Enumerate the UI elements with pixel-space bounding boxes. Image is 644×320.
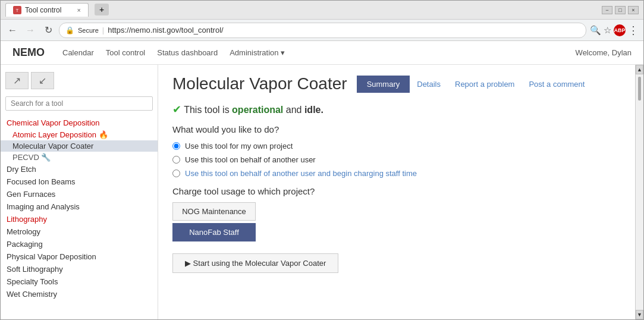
sidebar-category-specialty[interactable]: Specialty Tools [1, 275, 158, 288]
status-check-icon: ✔ [172, 103, 181, 115]
radio-behalf-staff-label: Use this tool on behalf of another user … [185, 169, 417, 178]
radio-own-label: Use this tool for my own project [185, 142, 293, 150]
radio-behalf-label: Use this tool on behalf of another user [185, 155, 316, 164]
main-area: ↗ ↙ Chemical Vapor Deposition Atomic Lay… [1, 65, 643, 319]
sidebar-category-packaging[interactable]: Packaging [1, 238, 158, 250]
tab-favicon: T [13, 6, 21, 14]
status-op: operational [232, 105, 283, 115]
site-header: NEMO Calendar Tool control Status dashbo… [1, 41, 643, 65]
tab-report-problem[interactable]: Report a problem [448, 76, 522, 93]
tab-bar-area: T Tool control × + [5, 3, 109, 17]
sidebar: ↗ ↙ Chemical Vapor Deposition Atomic Lay… [1, 65, 158, 319]
sidebar-category-dry-etch[interactable]: Dry Etch [1, 163, 158, 175]
collapse-toggle-button[interactable]: ↙ [31, 72, 54, 89]
sidebar-category-pvd[interactable]: Physical Vapor Deposition [1, 250, 158, 263]
menu-button[interactable]: ⋮ [628, 24, 639, 37]
nav-administration[interactable]: Administration ▾ [230, 48, 285, 57]
sidebar-category-wet-chem[interactable]: Wet Chemistry [1, 288, 158, 300]
tab-post-comment[interactable]: Post a comment [522, 76, 592, 93]
tab-close-button[interactable]: × [77, 7, 81, 14]
nav-calendar[interactable]: Calendar [62, 48, 94, 57]
search-icon[interactable]: 🔍 [590, 25, 601, 36]
tool-header: Molecular Vapor Coater Summary Details R… [172, 74, 621, 93]
maximize-button[interactable]: □ [615, 6, 626, 14]
sidebar-toggle-area: ↗ ↙ [1, 70, 158, 92]
tab-details[interactable]: Details [410, 76, 448, 93]
tab-title: Tool control [25, 6, 61, 14]
charge-title: Charge tool usage to which project? [172, 186, 621, 196]
sidebar-search-area [5, 96, 153, 111]
status-text-2: This tool is [184, 105, 232, 115]
expand-toggle-button[interactable]: ↗ [5, 72, 29, 89]
radio-behalf-input[interactable] [172, 156, 180, 164]
site-logo: NEMO [12, 46, 45, 59]
scroll-down-button[interactable]: ▼ [636, 310, 643, 319]
address-bar-icons: 🔍 ☆ ABP ⋮ [590, 24, 639, 37]
browser-window: T Tool control × + − □ × ← → ↻ 🔒 Secure … [0, 0, 644, 320]
site-nav: Calendar Tool control Status dashboard A… [62, 48, 285, 57]
scroll-up-button[interactable]: ▲ [636, 65, 643, 74]
charge-section: Charge tool usage to which project? NOG … [172, 186, 621, 241]
welcome-message: Welcome, Dylan [576, 48, 632, 57]
lock-icon: 🔒 [65, 26, 74, 34]
active-tab[interactable]: T Tool control × [5, 3, 89, 17]
project-nanofab-staff[interactable]: NanoFab Staff [172, 223, 256, 241]
sidebar-item-ald[interactable]: Atomic Layer Deposition 🔥 [1, 129, 158, 140]
action-question: What would you like to do? [172, 124, 621, 134]
sidebar-category-imaging[interactable]: Imaging and Analysis [1, 200, 158, 213]
sidebar-category-soft-litho[interactable]: Soft Lithography [1, 263, 158, 275]
forward-button[interactable]: → [23, 23, 37, 37]
bookmark-icon[interactable]: ☆ [604, 25, 611, 36]
sidebar-item-mvc[interactable]: Molecular Vapor Coater [1, 140, 158, 152]
back-button[interactable]: ← [5, 23, 20, 37]
close-button[interactable]: × [628, 6, 639, 14]
tab-summary[interactable]: Summary [357, 76, 410, 93]
nav-tool-control[interactable]: Tool control [106, 48, 145, 57]
address-bar: ← → ↻ 🔒 Secure | https://nemo.nist.gov/t… [1, 20, 643, 41]
refresh-button[interactable]: ↻ [41, 23, 55, 37]
radio-own-input[interactable] [172, 142, 180, 150]
scroll-thumb[interactable] [638, 77, 641, 101]
content-tabs: Summary Details Report a problem Post a … [357, 76, 592, 93]
address-bar-input[interactable]: 🔒 Secure | https://nemo.nist.gov/tool_co… [59, 23, 586, 38]
radio-behalf-staff-input[interactable] [172, 170, 180, 177]
sidebar-item-pecvd[interactable]: PECVD 🔧 [1, 152, 158, 163]
new-tab-button[interactable]: + [95, 4, 109, 15]
radio-option-behalf-staff: Use this tool on behalf of another user … [172, 169, 621, 178]
status-idle: idle. [304, 105, 323, 115]
title-bar: T Tool control × + − □ × [1, 1, 643, 20]
status-line: ✔ This tool is operational and idle. [172, 103, 621, 116]
url-divider: | [102, 26, 104, 34]
scrollbar-track[interactable]: ▲ ▼ [635, 65, 643, 319]
nav-status-dashboard[interactable]: Status dashboard [157, 48, 218, 57]
radio-option-behalf: Use this tool on behalf of another user [172, 155, 621, 164]
radio-option-own: Use this tool for my own project [172, 142, 621, 150]
adblock-badge: ABP [614, 24, 626, 36]
sidebar-category-gen-furnaces[interactable]: Gen Furnaces [1, 188, 158, 200]
window-controls: − □ × [602, 6, 639, 14]
url-text: https://nemo.nist.gov/tool_control/ [108, 26, 580, 34]
secure-badge: Secure [78, 27, 99, 34]
sidebar-search-input[interactable] [5, 96, 153, 111]
sidebar-category-metrology[interactable]: Metrology [1, 225, 158, 238]
content-panel: Molecular Vapor Coater Summary Details R… [158, 65, 635, 319]
start-using-button[interactable]: ▶ Start using the Molecular Vapor Coater [172, 253, 338, 273]
tool-title: Molecular Vapor Coater [172, 74, 347, 93]
project-nog-maintenance[interactable]: NOG Maintenance [172, 202, 256, 221]
sidebar-category-fib[interactable]: Focused Ion Beams [1, 175, 158, 188]
sidebar-category-lithography[interactable]: Lithography [1, 213, 158, 225]
sidebar-category-cvd[interactable]: Chemical Vapor Deposition [1, 117, 158, 129]
minimize-button[interactable]: − [602, 6, 612, 14]
